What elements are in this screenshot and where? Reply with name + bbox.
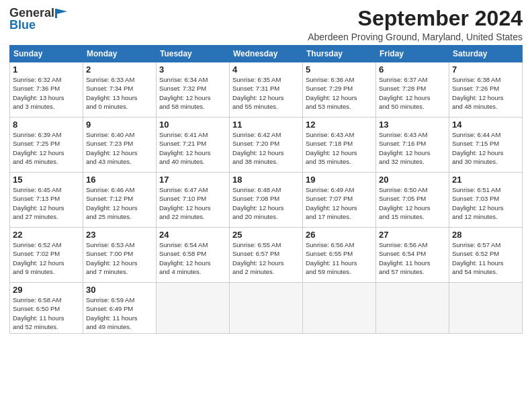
day-number: 5 [306, 64, 373, 75]
day-number: 27 [379, 230, 446, 240]
day-number: 20 [379, 175, 446, 185]
calendar-cell [449, 283, 523, 334]
col-monday: Monday [83, 46, 157, 62]
calendar-cell: 18Sunrise: 6:48 AM Sunset: 7:08 PM Dayli… [230, 173, 303, 228]
day-number: 6 [379, 64, 446, 75]
calendar-cell: 5Sunrise: 6:36 AM Sunset: 7:29 PM Daylig… [303, 62, 376, 118]
svg-rect-1 [55, 9, 57, 18]
calendar-cell: 30Sunrise: 6:59 AM Sunset: 6:49 PM Dayli… [83, 283, 157, 334]
day-info: Sunrise: 6:51 AM Sunset: 7:03 PM Dayligh… [452, 185, 519, 221]
day-number: 22 [13, 230, 80, 240]
calendar-cell: 29Sunrise: 6:58 AM Sunset: 6:50 PM Dayli… [10, 283, 83, 334]
day-info: Sunrise: 6:32 AM Sunset: 7:36 PM Dayligh… [13, 75, 80, 111]
col-thursday: Thursday [303, 46, 376, 62]
calendar-week-5: 29Sunrise: 6:58 AM Sunset: 6:50 PM Dayli… [10, 283, 523, 334]
calendar-table: Sunday Monday Tuesday Wednesday Thursday… [9, 45, 523, 334]
calendar-week-1: 1Sunrise: 6:32 AM Sunset: 7:36 PM Daylig… [10, 62, 523, 118]
day-info: Sunrise: 6:36 AM Sunset: 7:29 PM Dayligh… [306, 75, 373, 111]
day-info: Sunrise: 6:58 AM Sunset: 6:50 PM Dayligh… [13, 295, 80, 331]
calendar-cell: 7Sunrise: 6:38 AM Sunset: 7:26 PM Daylig… [449, 62, 523, 118]
day-info: Sunrise: 6:40 AM Sunset: 7:23 PM Dayligh… [86, 130, 153, 166]
calendar-cell: 16Sunrise: 6:46 AM Sunset: 7:12 PM Dayli… [83, 173, 157, 228]
calendar-week-4: 22Sunrise: 6:52 AM Sunset: 7:02 PM Dayli… [10, 228, 523, 283]
calendar-page: General Blue September 2024 Aberdeen Pro… [0, 0, 532, 411]
day-number: 24 [159, 230, 226, 240]
calendar-cell: 3Sunrise: 6:34 AM Sunset: 7:32 PM Daylig… [157, 62, 230, 118]
day-info: Sunrise: 6:48 AM Sunset: 7:08 PM Dayligh… [232, 185, 300, 221]
day-info: Sunrise: 6:53 AM Sunset: 7:00 PM Dayligh… [86, 240, 153, 276]
month-title: September 2024 [308, 7, 523, 30]
day-number: 3 [159, 64, 226, 75]
day-number: 13 [379, 120, 446, 130]
day-info: Sunrise: 6:41 AM Sunset: 7:21 PM Dayligh… [159, 130, 226, 166]
calendar-week-3: 15Sunrise: 6:45 AM Sunset: 7:13 PM Dayli… [10, 173, 523, 228]
logo: General Blue [9, 7, 67, 31]
day-number: 30 [86, 285, 153, 295]
day-number: 9 [86, 120, 153, 130]
day-info: Sunrise: 6:57 AM Sunset: 6:52 PM Dayligh… [452, 240, 519, 276]
col-saturday: Saturday [449, 46, 523, 62]
day-info: Sunrise: 6:33 AM Sunset: 7:34 PM Dayligh… [86, 75, 153, 111]
calendar-cell [303, 283, 376, 334]
logo-general-text: General [9, 6, 54, 19]
calendar-cell: 27Sunrise: 6:56 AM Sunset: 6:54 PM Dayli… [376, 228, 449, 283]
calendar-cell: 10Sunrise: 6:41 AM Sunset: 7:21 PM Dayli… [157, 118, 230, 173]
day-info: Sunrise: 6:42 AM Sunset: 7:20 PM Dayligh… [232, 130, 300, 166]
logo-blue-text: Blue [9, 19, 36, 31]
day-info: Sunrise: 6:39 AM Sunset: 7:25 PM Dayligh… [13, 130, 80, 166]
day-info: Sunrise: 6:34 AM Sunset: 7:32 PM Dayligh… [159, 75, 226, 111]
svg-marker-0 [56, 9, 67, 14]
day-number: 14 [452, 120, 519, 130]
day-info: Sunrise: 6:56 AM Sunset: 6:55 PM Dayligh… [306, 240, 373, 276]
calendar-cell: 15Sunrise: 6:45 AM Sunset: 7:13 PM Dayli… [10, 173, 83, 228]
calendar-cell [157, 283, 230, 334]
day-number: 11 [232, 120, 300, 130]
day-info: Sunrise: 6:46 AM Sunset: 7:12 PM Dayligh… [86, 185, 153, 221]
calendar-cell: 1Sunrise: 6:32 AM Sunset: 7:36 PM Daylig… [10, 62, 83, 118]
day-number: 21 [452, 175, 519, 185]
day-number: 15 [13, 175, 80, 185]
day-info: Sunrise: 6:35 AM Sunset: 7:31 PM Dayligh… [232, 75, 300, 111]
calendar-cell: 13Sunrise: 6:43 AM Sunset: 7:16 PM Dayli… [376, 118, 449, 173]
day-info: Sunrise: 6:47 AM Sunset: 7:10 PM Dayligh… [159, 185, 226, 221]
day-info: Sunrise: 6:37 AM Sunset: 7:28 PM Dayligh… [379, 75, 446, 111]
day-info: Sunrise: 6:44 AM Sunset: 7:15 PM Dayligh… [452, 130, 519, 166]
day-info: Sunrise: 6:59 AM Sunset: 6:49 PM Dayligh… [86, 295, 153, 331]
day-info: Sunrise: 6:43 AM Sunset: 7:18 PM Dayligh… [306, 130, 373, 166]
col-friday: Friday [376, 46, 449, 62]
day-number: 25 [232, 230, 300, 240]
header: General Blue September 2024 Aberdeen Pro… [9, 7, 523, 42]
calendar-cell [376, 283, 449, 334]
day-number: 18 [232, 175, 300, 185]
calendar-cell: 2Sunrise: 6:33 AM Sunset: 7:34 PM Daylig… [83, 62, 157, 118]
title-block: September 2024 Aberdeen Proving Ground, … [308, 7, 523, 42]
calendar-cell: 9Sunrise: 6:40 AM Sunset: 7:23 PM Daylig… [83, 118, 157, 173]
day-number: 12 [306, 120, 373, 130]
calendar-cell: 22Sunrise: 6:52 AM Sunset: 7:02 PM Dayli… [10, 228, 83, 283]
calendar-cell: 26Sunrise: 6:56 AM Sunset: 6:55 PM Dayli… [303, 228, 376, 283]
calendar-cell: 20Sunrise: 6:50 AM Sunset: 7:05 PM Dayli… [376, 173, 449, 228]
col-sunday: Sunday [10, 46, 83, 62]
header-row: Sunday Monday Tuesday Wednesday Thursday… [10, 46, 523, 62]
day-number: 23 [86, 230, 153, 240]
calendar-cell [230, 283, 303, 334]
day-number: 2 [86, 64, 153, 75]
calendar-cell: 23Sunrise: 6:53 AM Sunset: 7:00 PM Dayli… [83, 228, 157, 283]
day-info: Sunrise: 6:45 AM Sunset: 7:13 PM Dayligh… [13, 185, 80, 221]
day-number: 16 [86, 175, 153, 185]
day-info: Sunrise: 6:56 AM Sunset: 6:54 PM Dayligh… [379, 240, 446, 276]
day-number: 26 [306, 230, 373, 240]
day-number: 17 [159, 175, 226, 185]
calendar-cell: 11Sunrise: 6:42 AM Sunset: 7:20 PM Dayli… [230, 118, 303, 173]
calendar-cell: 24Sunrise: 6:54 AM Sunset: 6:58 PM Dayli… [157, 228, 230, 283]
day-info: Sunrise: 6:55 AM Sunset: 6:57 PM Dayligh… [232, 240, 300, 276]
col-wednesday: Wednesday [230, 46, 303, 62]
calendar-cell: 4Sunrise: 6:35 AM Sunset: 7:31 PM Daylig… [230, 62, 303, 118]
calendar-cell: 28Sunrise: 6:57 AM Sunset: 6:52 PM Dayli… [449, 228, 523, 283]
day-info: Sunrise: 6:49 AM Sunset: 7:07 PM Dayligh… [306, 185, 373, 221]
day-number: 28 [452, 230, 519, 240]
calendar-cell: 19Sunrise: 6:49 AM Sunset: 7:07 PM Dayli… [303, 173, 376, 228]
logo-general: General [9, 7, 67, 19]
day-info: Sunrise: 6:43 AM Sunset: 7:16 PM Dayligh… [379, 130, 446, 166]
day-number: 8 [13, 120, 80, 130]
